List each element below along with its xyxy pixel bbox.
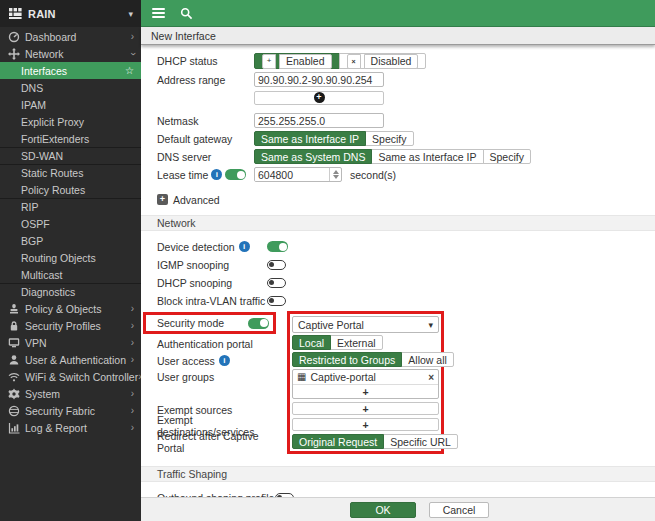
sidebar-item-interfaces[interactable]: Interfaces ☆	[0, 62, 141, 79]
sidebar-item-diagnostics[interactable]: Diagnostics	[0, 283, 141, 300]
auth-portal-external-option[interactable]: External	[330, 335, 383, 350]
dns-same-as-system-option[interactable]: Same as System DNS	[254, 149, 372, 164]
user-group-name: Captive-portal	[310, 371, 375, 383]
sidebar-item-fortiextenders[interactable]: FortiExtenders	[0, 130, 141, 147]
dhcp-status-row: DHCP status + Enabled × Disabled	[157, 53, 655, 69]
dhcp-disabled-button[interactable]: × Disabled	[339, 53, 427, 69]
add-exempt-destination-button[interactable]: +	[292, 418, 439, 431]
lease-time-input-wrap	[254, 167, 342, 182]
sidebar-item-multicast[interactable]: Multicast	[0, 266, 141, 283]
advanced-label: Advanced	[173, 194, 220, 206]
user-access-allow-all-option[interactable]: Allow all	[401, 352, 454, 367]
lock-icon	[8, 320, 25, 332]
address-range-label: Address range	[157, 74, 254, 86]
sidebar-item-policy-routes[interactable]: Policy Routes	[0, 181, 141, 198]
chart-icon	[8, 422, 25, 434]
dhcp-snooping-row: DHCP snooping	[157, 275, 655, 290]
breadcrumb: New Interface	[141, 27, 655, 45]
add-exempt-source-button[interactable]: +	[292, 402, 439, 415]
sidebar-item-explicit-proxy[interactable]: Explicit Proxy	[0, 113, 141, 130]
dhcp-snooping-toggle[interactable]	[267, 278, 286, 288]
security-mode-dropdown[interactable]: Captive Portal ▾	[292, 316, 439, 333]
gateway-specify-option[interactable]: Specify	[365, 131, 413, 146]
info-icon[interactable]: i	[211, 169, 222, 180]
block-intra-vlan-toggle[interactable]	[267, 296, 286, 306]
authentication-portal-label: Authentication portal	[157, 335, 287, 352]
chevron-right-icon: ›	[131, 406, 134, 416]
sidebar-item-routing-objects[interactable]: Routing Objects	[0, 249, 141, 266]
redirect-specific-url-option[interactable]: Specific URL	[383, 434, 458, 449]
sidebar-item-sd-wan[interactable]: SD-WAN	[0, 147, 141, 164]
search-icon[interactable]	[180, 7, 193, 20]
sidebar-item-policy-objects[interactable]: Policy & Objects ›	[0, 300, 141, 317]
sidebar-item-log-report[interactable]: Log & Report ›	[0, 419, 141, 436]
sidebar-item-security-fabric[interactable]: Security Fabric ›	[0, 402, 141, 419]
sidebar-nav: RAIN ▾ Dashboard › Network › Interfaces …	[0, 0, 141, 521]
gateway-same-as-interface-option[interactable]: Same as Interface IP	[254, 131, 366, 146]
close-icon[interactable]: ×	[428, 372, 434, 383]
address-range-add-row: +	[157, 90, 655, 105]
sidebar-item-dns[interactable]: DNS	[0, 79, 141, 96]
dns-same-as-interface-option[interactable]: Same as Interface IP	[371, 149, 483, 164]
network-section-header: Network	[141, 215, 655, 231]
add-address-range-button[interactable]: +	[254, 91, 384, 105]
lease-time-row: Lease time i second(s)	[157, 167, 655, 182]
sidebar-item-rip[interactable]: RIP	[0, 198, 141, 215]
traffic-shaping-section-header: Traffic Shaping	[141, 466, 655, 482]
redirect-original-request-option[interactable]: Original Request	[292, 434, 384, 449]
netmask-input[interactable]	[254, 113, 384, 128]
device-detection-toggle[interactable]	[267, 241, 288, 252]
auth-portal-local-option[interactable]: Local	[292, 335, 331, 350]
add-icon: +	[314, 92, 325, 103]
lease-time-unit: second(s)	[350, 169, 396, 181]
info-icon[interactable]: i	[219, 355, 230, 366]
info-icon[interactable]: i	[239, 241, 250, 252]
monitor-icon	[8, 337, 25, 349]
sidebar-item-wifi-switch-controller[interactable]: WiFi & Switch Controller ›	[0, 368, 141, 385]
sidebar-item-ipam[interactable]: IPAM	[0, 96, 141, 113]
dns-specify-option[interactable]: Specify	[483, 149, 531, 164]
device-detection-label: Device detection	[157, 241, 235, 253]
chevron-down-icon: ▾	[428, 320, 433, 330]
ok-button[interactable]: OK	[350, 502, 416, 518]
gear-icon	[8, 388, 25, 400]
cancel-button[interactable]: Cancel	[429, 502, 489, 518]
default-gateway-row: Default gateway Same as Interface IP Spe…	[157, 131, 655, 146]
dhcp-enabled-button[interactable]: + Enabled	[254, 53, 340, 69]
user-group-icon: ▦	[297, 372, 306, 382]
user-access-restricted-option[interactable]: Restricted to Groups	[292, 352, 402, 367]
fabric-icon	[8, 405, 25, 417]
lease-time-toggle[interactable]	[225, 169, 246, 180]
menu-icon[interactable]	[152, 8, 165, 18]
advanced-row[interactable]: + Advanced	[157, 192, 655, 207]
sidebar-item-static-routes[interactable]: Static Routes	[0, 164, 141, 181]
chevron-right-icon: ›	[131, 321, 134, 331]
default-gateway-label: Default gateway	[157, 133, 254, 145]
igmp-snooping-toggle[interactable]	[267, 260, 286, 270]
address-range-input[interactable]	[254, 72, 384, 87]
sidebar-item-dashboard[interactable]: Dashboard ›	[0, 28, 141, 45]
security-mode-highlight: Security mode	[143, 312, 276, 334]
captive-portal-section: Security mode Authentication portal User…	[157, 311, 655, 454]
sidebar-item-security-profiles[interactable]: Security Profiles ›	[0, 317, 141, 334]
favorite-star-icon[interactable]: ☆	[125, 65, 134, 76]
sidebar-item-bgp[interactable]: BGP	[0, 232, 141, 249]
device-detection-row: Device detection i	[157, 239, 655, 254]
stepper-icon[interactable]	[329, 168, 341, 181]
chevron-right-icon: ›	[131, 423, 134, 433]
person-icon	[8, 354, 25, 366]
user-access-label: User access	[157, 355, 215, 367]
chevron-right-icon: ›	[131, 355, 134, 365]
lease-time-input[interactable]	[255, 169, 325, 181]
sidebar-item-ospf[interactable]: OSPF	[0, 215, 141, 232]
security-mode-toggle[interactable]	[248, 318, 269, 329]
user-groups-field: ▦ Captive-portal × +	[292, 369, 439, 399]
sidebar-item-system[interactable]: System ›	[0, 385, 141, 402]
chevron-right-icon: ›	[131, 389, 134, 399]
sidebar-item-vpn[interactable]: VPN ›	[0, 334, 141, 351]
vdom-selector[interactable]: RAIN ▾	[0, 0, 141, 27]
sidebar-item-network[interactable]: Network ›	[0, 45, 141, 62]
add-user-group-button[interactable]: +	[293, 385, 438, 398]
sidebar-item-user-authentication[interactable]: User & Authentication ›	[0, 351, 141, 368]
form-footer: OK Cancel	[141, 497, 655, 521]
